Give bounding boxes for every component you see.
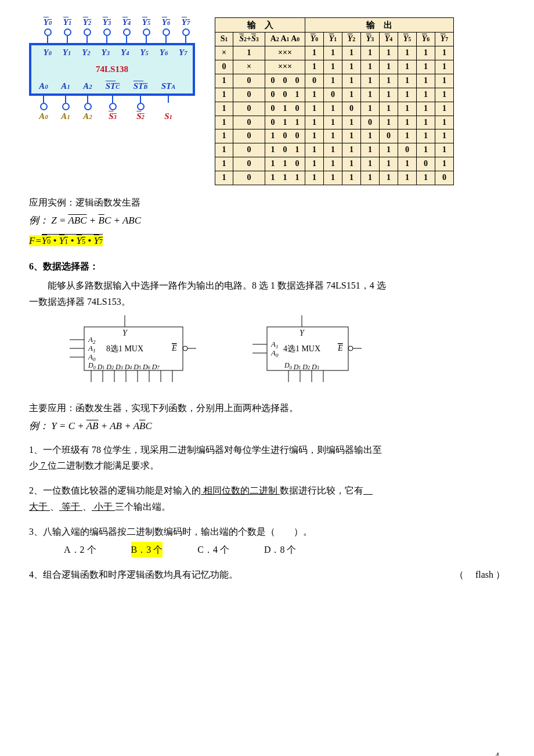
chip-name: 74LS138	[31, 64, 193, 74]
chip-body: Y0 Y1 Y2 Y3 Y4 Y5 Y6 Y7 74LS138 A0 A1 A2…	[29, 43, 195, 96]
choice-d: D．8 个	[264, 542, 297, 557]
bottom-pins	[33, 96, 197, 110]
question-4: 4、组合逻辑函数和时序逻辑函数均具有记忆功能。 （ flash ）	[29, 567, 505, 582]
page-number: 4	[495, 751, 499, 756]
formula-y: 例： Y = C + AB + AB + ABC	[29, 419, 505, 433]
mux-4to1-diagram: Y A1 A0 4选1 MUX E D0 D1 D2 D3	[238, 315, 366, 391]
choice-a: A．2 个	[64, 542, 96, 557]
svg-text:4选1 MUX: 4选1 MUX	[283, 344, 320, 353]
svg-text:D0 D1 D2 D3 D4 D5 D6 D7: D0 D1 D2 D3 D4 D5 D6 D7	[88, 361, 160, 371]
svg-text:D0 D1 D2 D3: D0 D1 D2 D3	[284, 361, 319, 371]
question-3: 3、八输入端的编码器按二进制数编码时，输出端的个数是（ ）。 A．2 个 B．3…	[29, 524, 505, 557]
section-6-title: 6、数据选择器：	[29, 258, 505, 274]
input-header: 输 入	[215, 18, 305, 33]
top-pins	[38, 28, 197, 43]
app2-text: 主要应用：函数发生器，实现下列函数，分别用上面两种选择器。	[29, 400, 505, 416]
choice-c: C．4 个	[197, 542, 229, 557]
svg-text:E: E	[171, 344, 177, 352]
formula-f: F=Y0 • Y1 • Y5 • Y7	[29, 234, 505, 247]
section-6-desc: 能够从多路数据输入中选择一路作为输出的电路。8 选 1 数据选择器 74LS15…	[29, 278, 505, 309]
choice-b: B．3 个	[131, 542, 163, 557]
top-pin-labels: Y0 Y1 Y2 Y3 Y4 Y5 Y6 Y7	[38, 17, 197, 27]
app-example-text: 应用实例：逻辑函数发生器	[29, 195, 505, 210]
output-header: 输 出	[305, 18, 454, 33]
svg-point-11	[183, 346, 187, 351]
svg-text:8选1 MUX: 8选1 MUX	[106, 344, 143, 353]
svg-text:E: E	[337, 344, 343, 352]
svg-text:Y: Y	[122, 329, 128, 337]
svg-point-31	[348, 346, 353, 351]
mux-8to1-diagram: Y A2 A1 A0 8选1 MUX E D0 D1 D2 D3 D4 D5 D…	[52, 315, 197, 391]
formula-z: 例： Z = ABC + BC + ABC	[29, 214, 505, 227]
svg-text:A0: A0	[270, 348, 279, 358]
question-1: 1、一个班级有 78 位学生，现采用二进制编码器对每位学生进行编码，则编码器输出…	[29, 442, 505, 473]
bottom-pin-labels: A0 A1 A2 S3 S2 S1	[33, 111, 197, 121]
truth-table: 输 入 输 出 S1 S2+S3 A2 A1 A0 Y0 Y1 Y2 Y3 Y4…	[215, 17, 454, 185]
chip-diagram: Y0 Y1 Y2 Y3 Y4 Y5 Y6 Y7 Y	[29, 17, 197, 121]
svg-text:Y: Y	[300, 329, 305, 337]
question-2: 2、一位数值比较器的逻辑功能是对输入的 相同位数的二进制 数据进行比较，它有 大…	[29, 483, 505, 514]
